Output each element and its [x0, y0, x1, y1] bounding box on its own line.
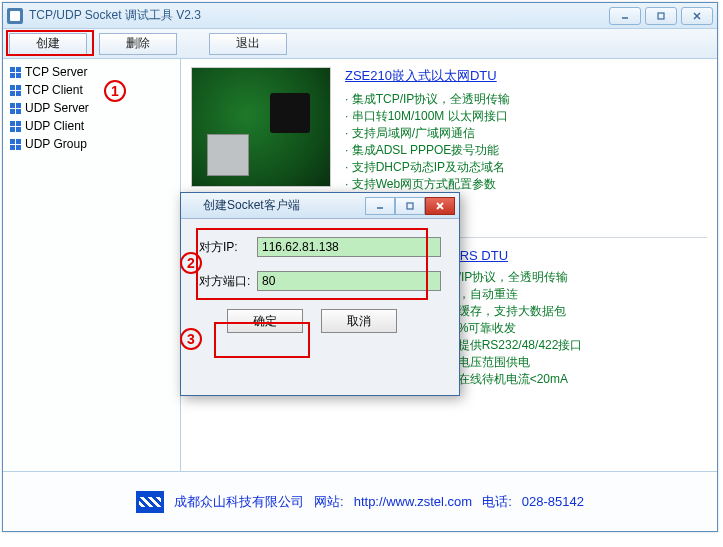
spec-item: 支持DHCP动态IP及动态域名 [345, 159, 510, 176]
create-socket-dialog: 创建Socket客户端 对方IP: 对方端口: 确定 取消 [180, 192, 460, 396]
sidebar-item-label: UDP Group [25, 137, 87, 151]
exit-button[interactable]: 退出 [209, 33, 287, 55]
product-image [191, 67, 331, 187]
svg-rect-5 [407, 203, 413, 209]
ip-row: 对方IP: [199, 237, 441, 257]
dialog-close-button[interactable] [425, 197, 455, 215]
spec-item: /IP协议，全透明传输 [451, 269, 582, 286]
node-icon [9, 66, 21, 78]
spec-item: %可靠收发 [451, 320, 582, 337]
sidebar: TCP Server TCP Client UDP Server UDP Cli… [3, 59, 181, 471]
dialog-controls [365, 197, 455, 215]
spec-item: 提供RS232/48/422接口 [451, 337, 582, 354]
window-title: TCP/UDP Socket 调试工具 V2.3 [29, 7, 609, 24]
sidebar-item-label: TCP Client [25, 83, 83, 97]
spec-item: 支持局域网/广域网通信 [345, 125, 510, 142]
svg-rect-1 [658, 13, 664, 19]
footer: 成都众山科技有限公司 网站: http://www.zstel.com 电话: … [3, 471, 717, 531]
port-input[interactable] [257, 271, 441, 291]
sidebar-item-label: UDP Server [25, 101, 89, 115]
spec-item: 在线待机电流<20mA [451, 371, 582, 388]
spec-item: 集成TCP/IP协议，全透明传输 [345, 91, 510, 108]
window-controls [609, 7, 713, 25]
spec-item: ，自动重连 [451, 286, 582, 303]
node-icon [9, 84, 21, 96]
app-icon [7, 8, 23, 24]
footer-logo [136, 491, 164, 513]
footer-company: 成都众山科技有限公司 [174, 493, 304, 511]
sidebar-item-label: TCP Server [25, 65, 87, 79]
node-icon [9, 138, 21, 150]
dialog-icon [185, 199, 199, 213]
sidebar-item-udp-group[interactable]: UDP Group [9, 135, 174, 153]
dialog-buttons: 确定 取消 [227, 309, 441, 333]
dialog-title: 创建Socket客户端 [203, 197, 365, 214]
cancel-button[interactable]: 取消 [321, 309, 397, 333]
spec-item: 支持Web网页方式配置参数 [345, 176, 510, 193]
spec-list: /IP协议，全透明传输 ，自动重连 缓存，支持大数据包 %可靠收发 提供RS23… [451, 269, 582, 388]
maximize-button[interactable] [645, 7, 677, 25]
product-title-link[interactable]: ZSE210嵌入式以太网DTU [345, 67, 510, 85]
port-row: 对方端口: [199, 271, 441, 291]
dialog-maximize-button[interactable] [395, 197, 425, 215]
node-icon [9, 102, 21, 114]
sidebar-item-udp-client[interactable]: UDP Client [9, 117, 174, 135]
port-label: 对方端口: [199, 273, 257, 290]
spec-item: 串口转10M/100M 以太网接口 [345, 108, 510, 125]
titlebar: TCP/UDP Socket 调试工具 V2.3 [3, 3, 717, 29]
dialog-titlebar: 创建Socket客户端 [181, 193, 459, 219]
spec-item: 缓存，支持大数据包 [451, 303, 582, 320]
ip-input[interactable] [257, 237, 441, 257]
ok-button[interactable]: 确定 [227, 309, 303, 333]
footer-phone-label: 电话: [482, 493, 512, 511]
product-info: PRS DTU /IP协议，全透明传输 ，自动重连 缓存，支持大数据包 %可靠收… [451, 248, 582, 388]
footer-site-link[interactable]: http://www.zstel.com [354, 494, 472, 509]
dialog-body: 对方IP: 对方端口: 确定 取消 [181, 219, 459, 343]
node-icon [9, 120, 21, 132]
sidebar-item-tcp-client[interactable]: TCP Client [9, 81, 174, 99]
spec-item: 集成ADSL PPPOE拨号功能 [345, 142, 510, 159]
product-title-link[interactable]: PRS DTU [451, 248, 582, 263]
minimize-button[interactable] [609, 7, 641, 25]
delete-button[interactable]: 删除 [99, 33, 177, 55]
ip-label: 对方IP: [199, 239, 257, 256]
close-button[interactable] [681, 7, 713, 25]
toolbar: 创建 删除 退出 [3, 29, 717, 59]
sidebar-item-label: UDP Client [25, 119, 84, 133]
sidebar-item-tcp-server[interactable]: TCP Server [9, 63, 174, 81]
dialog-minimize-button[interactable] [365, 197, 395, 215]
sidebar-item-udp-server[interactable]: UDP Server [9, 99, 174, 117]
create-button[interactable]: 创建 [9, 33, 87, 55]
footer-phone: 028-85142 [522, 494, 584, 509]
spec-item: 电压范围供电 [451, 354, 582, 371]
footer-site-label: 网站: [314, 493, 344, 511]
